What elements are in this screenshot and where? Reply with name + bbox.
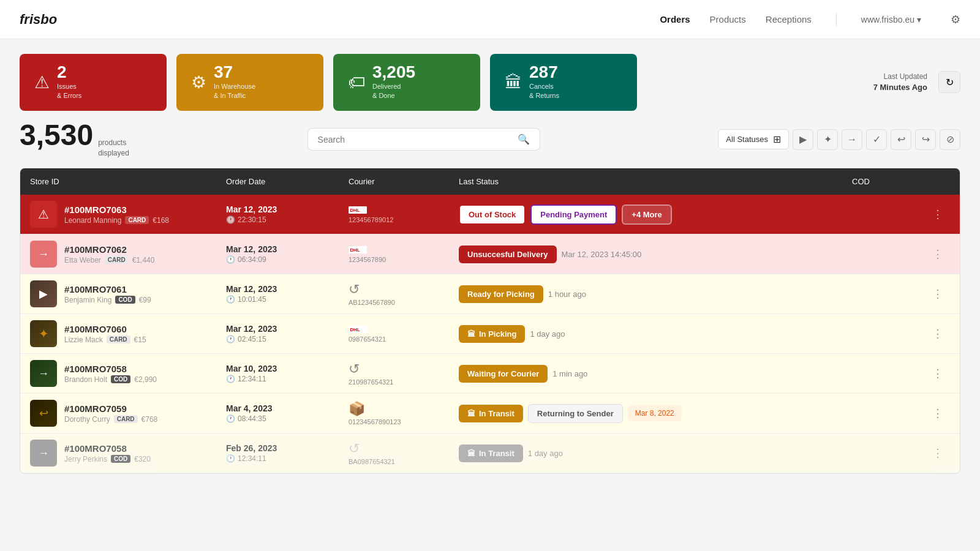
return-icon-btn[interactable]: ↩ [891, 129, 911, 150]
row-more-btn[interactable]: ⋮ [925, 208, 950, 221]
nav-products[interactable]: Products [710, 14, 746, 24]
row-more-btn[interactable]: ⋮ [925, 247, 950, 261]
order-cell: ⚠ #100MRO7063 Leonard Manning CARD €168 [30, 201, 226, 228]
stat-card-issues[interactable]: ⚠ 2 Issues& Errors [20, 54, 167, 111]
stat-num-cancels: 287 [529, 64, 559, 81]
product-label-2: displayed [98, 148, 129, 159]
status-more[interactable]: +4 More [622, 204, 672, 225]
delivered-icon: 🏷 [348, 72, 365, 92]
status-in-transit-gray[interactable]: 🏛In Transit [459, 444, 523, 462]
stat-num-issues: 2 [57, 64, 81, 81]
payment-badge: COD [111, 375, 130, 383]
order-customer: Benjamin King COD €99 [64, 296, 151, 304]
status-waiting[interactable]: Waiting for Courier [459, 365, 548, 383]
table-row: → #100MRO7058 Jerry Perkins COD €320 Feb… [20, 433, 960, 473]
courier-cell: ↺ 210987654321 [349, 361, 459, 386]
arrow-right-icon-btn[interactable]: → [842, 129, 862, 150]
order-icon: → [30, 360, 57, 387]
col-order-date: Order Date [226, 177, 349, 186]
spinner-icon-btn[interactable]: ✦ [817, 129, 838, 150]
courier-cell: DHL 0987654321 [349, 324, 459, 343]
status-in-transit[interactable]: 🏛In Transit [459, 405, 523, 422]
table-header: Store ID Order Date Courier Last Status … [20, 168, 960, 195]
payment-badge: COD [111, 455, 130, 463]
col-actions [925, 177, 950, 186]
product-count: 3,530 [20, 121, 93, 150]
stat-card-delivered[interactable]: 🏷 3,205 Delivered& Done [333, 54, 480, 111]
col-courier: Courier [349, 177, 459, 186]
order-icon: ✦ [30, 320, 57, 347]
order-id[interactable]: #100MRO7058 [64, 364, 157, 374]
status-cell: Waiting for Courier 1 min ago [459, 365, 852, 383]
stat-label-cancels: Cancels& Returns [529, 82, 559, 101]
status-cell: Unsuccesful Delivery Mar 12, 2023 14:45:… [459, 246, 852, 263]
status-unsuccessful[interactable]: Unsuccesful Delivery [459, 246, 557, 263]
stats-row: ⚠ 2 Issues& Errors ⚙ 37 In Warehouse& In… [0, 39, 980, 121]
nav-receptions[interactable]: Receptions [766, 14, 812, 24]
row-more-btn[interactable]: ⋮ [925, 287, 950, 301]
courier-cell: ↺ AB1234567890 [349, 282, 459, 306]
check-icon-btn[interactable]: ✓ [866, 129, 887, 150]
order-customer: Lizzie Mack CARD €15 [64, 335, 146, 344]
gear-icon[interactable]: ⚙ [951, 13, 960, 26]
row-more-btn[interactable]: ⋮ [925, 327, 950, 340]
date-cell: Mar 4, 2023 🕐08:44:35 [226, 403, 349, 423]
status-ready[interactable]: Ready for Picking [459, 285, 543, 303]
order-cell: ✦ #100MRO7060 Lizzie Mack CARD €15 [30, 320, 226, 347]
status-cell: Out of Stock Pending Payment +4 More [459, 204, 852, 225]
order-icon: ↩ [30, 400, 57, 427]
courier-cell: DHL 1234567890 [349, 245, 459, 263]
payment-badge: CARD [107, 335, 130, 343]
date-cell: Mar 12, 2023 🕐06:34:09 [226, 244, 349, 264]
stat-card-cancels[interactable]: 🏛 287 Cancels& Returns [490, 54, 637, 111]
nav-domain[interactable]: www.frisbo.eu ▾ [861, 15, 921, 24]
order-cell: ▶ #100MRO7061 Benjamin King COD €99 [30, 280, 226, 307]
last-updated: Last Updated 7 Minutes Ago [873, 72, 927, 93]
status-filter-dropdown[interactable]: All Statuses ⊞ [718, 129, 789, 149]
nav-orders[interactable]: Orders [660, 14, 690, 24]
order-cell: → #100MRO7058 Brandon Holt COD €2,990 [30, 360, 226, 387]
order-icon: → [30, 440, 57, 467]
status-pending[interactable]: Pending Payment [530, 204, 617, 225]
table-row: ⚠ #100MRO7063 Leonard Manning CARD €168 … [20, 195, 960, 234]
row-more-btn[interactable]: ⋮ [925, 367, 950, 380]
payment-badge: CARD [125, 216, 149, 224]
table-row: → #100MRO7062 Etta Weber CARD €1,440 Mar… [20, 234, 960, 274]
play-icon-btn[interactable]: ▶ [793, 129, 813, 150]
table-row: ✦ #100MRO7060 Lizzie Mack CARD €15 Mar 1… [20, 314, 960, 354]
search-input[interactable] [318, 135, 513, 144]
order-id[interactable]: #100MRO7063 [64, 204, 169, 215]
stat-num-delivered: 3,205 [372, 64, 415, 81]
row-more-btn[interactable]: ⋮ [925, 407, 950, 420]
payment-badge: CARD [114, 415, 138, 423]
row-more-btn[interactable]: ⋮ [925, 446, 950, 460]
order-id[interactable]: #100MRO7058 [64, 443, 151, 454]
time-ago: 1 day ago [530, 329, 565, 339]
order-cell: → #100MRO7058 Jerry Perkins COD €320 [30, 440, 226, 467]
order-customer: Jerry Perkins COD €320 [64, 455, 151, 463]
order-cell: ↩ #100MRO7059 Dorothy Curry CARD €768 [30, 400, 226, 427]
order-icon: ⚠ [30, 201, 57, 228]
order-customer: Leonard Manning CARD €168 [64, 216, 169, 225]
stat-card-warehouse[interactable]: ⚙ 37 In Warehouse& In Traffic [176, 54, 323, 111]
table-row: → #100MRO7058 Brandon Holt COD €2,990 Ma… [20, 354, 960, 394]
order-customer: Dorothy Curry CARD €768 [64, 415, 157, 424]
refresh-button[interactable]: ↻ [938, 71, 960, 93]
navbar: frisbo Orders Products Receptions www.fr… [0, 0, 980, 39]
return2-icon-btn[interactable]: ↪ [915, 129, 936, 150]
logo: frisbo [20, 12, 57, 28]
order-id[interactable]: #100MRO7061 [64, 284, 151, 294]
order-id[interactable]: #100MRO7062 [64, 244, 154, 255]
status-out-stock[interactable]: Out of Stock [459, 204, 526, 225]
order-id[interactable]: #100MRO7059 [64, 403, 157, 414]
date-cell: Mar 12, 2023 🕐10:01:45 [226, 284, 349, 304]
col-cod: COD [852, 177, 925, 186]
clock-icon-btn[interactable]: ⊘ [940, 129, 960, 150]
order-customer: Etta Weber CARD €1,440 [64, 256, 154, 264]
order-id[interactable]: #100MRO7060 [64, 324, 146, 334]
status-returning[interactable]: Returning to Sender [528, 404, 623, 423]
order-customer: Brandon Holt COD €2,990 [64, 375, 157, 384]
returning-date: Mar 8, 2022 [628, 405, 682, 421]
status-in-picking[interactable]: 🏛In Picking [459, 325, 525, 343]
status-cell: Ready for Picking 1 hour ago [459, 285, 852, 303]
